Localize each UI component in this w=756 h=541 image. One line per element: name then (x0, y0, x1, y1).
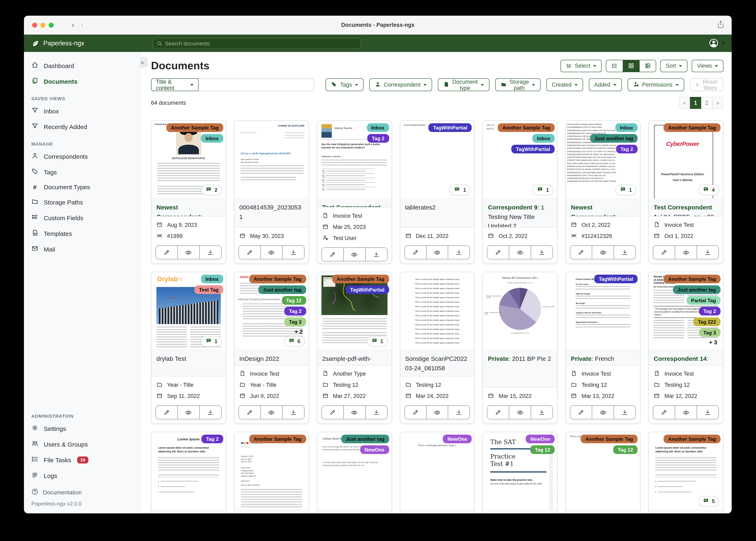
document-title[interactable]: Correspondent 9: 1 Testing New Title Upd… (483, 198, 557, 227)
document-title[interactable] (649, 510, 723, 513)
edit-button[interactable] (653, 246, 675, 259)
tag-badge[interactable]: Inbox (533, 134, 555, 143)
edit-button[interactable] (571, 406, 592, 419)
download-button[interactable] (697, 406, 718, 419)
edit-button[interactable] (239, 406, 260, 419)
user-menu[interactable] (709, 38, 725, 48)
edit-button[interactable] (322, 248, 343, 261)
tag-badge[interactable]: Just another tag (673, 285, 721, 294)
preview-button[interactable] (177, 406, 199, 419)
download-button[interactable] (365, 248, 387, 261)
preview-button[interactable] (675, 406, 697, 419)
document-thumbnail[interactable]: French Country Bread For the LeavenMake … (566, 272, 640, 350)
document-thumbnail[interactable]: Contact Sheet Demo Given a set of image … (317, 432, 391, 510)
tag-badge[interactable]: Tag 3 (285, 317, 306, 326)
tag-badge[interactable]: TagWithPartial (511, 145, 555, 153)
document-correspondent[interactable]: Test Correspondent 1 (322, 204, 380, 207)
tag-badge[interactable]: NewOne (443, 435, 472, 443)
tag-badge[interactable]: Another Sample Tag (664, 435, 721, 443)
edit-button[interactable] (156, 246, 177, 259)
page-button-1[interactable]: 1 (690, 97, 701, 109)
download-button[interactable] (531, 406, 553, 419)
comment-count-badge[interactable]: 1 (367, 336, 388, 347)
filter-created-button[interactable]: Created (546, 78, 583, 91)
edit-button[interactable] (239, 246, 260, 259)
filter-permissions-button[interactable]: Permissions (628, 78, 684, 91)
document-title[interactable]: 2sample-pdf-with-images (317, 350, 391, 365)
document-thumbnail[interactable]: Lorem ipsum Lorem ipsum dolor sit amet, … (151, 432, 226, 510)
tag-badge[interactable]: Partial Tag (686, 296, 721, 305)
comment-count-badge[interactable]: 2 (201, 185, 222, 196)
tag-badge[interactable]: TagWithPartial (594, 274, 638, 283)
tag-badge[interactable]: Tag 12 (613, 445, 638, 454)
tag-badge[interactable]: Another Sample Tag (249, 435, 306, 443)
tag-badge[interactable]: Just another tag (590, 134, 638, 143)
comment-count-badge[interactable]: 1 (450, 185, 471, 196)
sidebar-item-settings[interactable]: Settings (24, 421, 140, 436)
grid-view-button[interactable] (623, 60, 639, 72)
download-button[interactable] (365, 406, 387, 419)
filter-correspondent-button[interactable]: Correspondent (369, 78, 432, 91)
preview-button[interactable] (260, 246, 282, 259)
document-thumbnail[interactable]: one,1.0 five,5.0 Another Sample TagInbox… (483, 121, 557, 198)
tag-badge[interactable]: Tag 12 (530, 445, 555, 454)
document-thumbnail[interactable]: CyberPower PowerPanel® Business Edition … (649, 121, 723, 198)
tag-badge[interactable]: TagWithPartial (429, 123, 472, 132)
tag-badge[interactable]: Another Sample Tag (332, 274, 389, 283)
sidebar-item-mail[interactable]: Mail (24, 241, 140, 257)
document-title[interactable]: Private: French Country Bread Revised.do… (566, 350, 640, 365)
document-correspondent[interactable]: Correspondent 14 (654, 355, 707, 362)
sidebar-item-recently-added[interactable]: Recently Added (24, 119, 140, 135)
search-input[interactable] (165, 40, 357, 47)
preview-button[interactable] (260, 406, 282, 419)
tag-badge[interactable]: Inbox (201, 274, 223, 283)
sidebar-item-users-groups[interactable]: Users & Groups (24, 436, 140, 452)
document-title[interactable] (566, 510, 640, 513)
preview-button[interactable] (592, 406, 614, 419)
document-correspondent[interactable]: Private (571, 355, 592, 362)
document-thumbnail[interactable]: The SAT Practice Test #1 Make time to ta… (483, 432, 557, 510)
edit-button[interactable] (156, 406, 177, 419)
document-thumbnail[interactable]: Serial Number,Company Name,Employe978818… (566, 121, 640, 198)
sidebar-item-logs[interactable]: Logs (24, 468, 140, 483)
edit-button[interactable] (653, 406, 675, 419)
tag-badge[interactable]: Another Sample Tag (166, 123, 223, 132)
document-thumbnail[interactable]: Patient BP Distribution 2011 Isolated Sy… (483, 272, 557, 350)
download-button[interactable] (199, 246, 221, 259)
search-field-selector[interactable]: Title & content (151, 78, 198, 91)
document-title[interactable] (317, 510, 391, 513)
preview-button[interactable] (426, 246, 448, 259)
download-button[interactable] (448, 406, 470, 419)
document-title[interactable]: Test Correspondent 1: UM_PPBE_en_v29 (649, 198, 723, 216)
download-button[interactable] (614, 246, 636, 259)
edit-button[interactable] (405, 246, 426, 259)
sidebar-item-storage-paths[interactable]: Storage Paths (24, 194, 140, 210)
document-correspondent[interactable]: Newest Correspondent (571, 204, 615, 216)
back-icon[interactable]: ‹ (72, 21, 74, 29)
document-thumbnail[interactable]: Francja pod r NAPOLEON BONAPARTE Another… (151, 121, 226, 198)
document-title[interactable] (151, 510, 226, 513)
close-window-button[interactable] (32, 22, 37, 27)
preview-button[interactable] (343, 406, 365, 419)
views-button[interactable]: Views (692, 60, 723, 72)
preview-button[interactable] (592, 246, 614, 259)
sidebar-item-dashboard[interactable]: Dashboard (24, 58, 140, 73)
document-title[interactable]: 0004814539_20230531 (234, 198, 309, 227)
comment-count-badge[interactable]: 1 (533, 185, 554, 196)
download-button[interactable] (199, 406, 221, 419)
document-thumbnail[interactable]: This is a test Another Sample TagTag 12 (566, 432, 640, 510)
document-thumbnail[interactable]: Lorem ipsum Lorem ipsum dolor sit amet, … (649, 432, 723, 510)
sidebar-item-templates[interactable]: Templates (24, 226, 140, 241)
preview-button[interactable] (343, 248, 365, 261)
app-brand[interactable]: Paperless-ngx (31, 39, 84, 47)
list-view-button[interactable] (606, 60, 623, 72)
document-title[interactable]: Private: 2011 BP Pie 2 (483, 350, 557, 387)
minimize-window-button[interactable] (40, 22, 45, 27)
sidebar-item-custom-fields[interactable]: Custom Fields (24, 210, 140, 226)
preview-button[interactable] (509, 246, 531, 259)
document-title[interactable]: drylab Test (151, 350, 226, 376)
download-button[interactable] (531, 246, 553, 259)
forward-icon[interactable]: › (81, 21, 83, 29)
share-icon[interactable] (717, 21, 724, 30)
document-thumbnail[interactable]: This is a test for the double space char… (400, 272, 474, 350)
